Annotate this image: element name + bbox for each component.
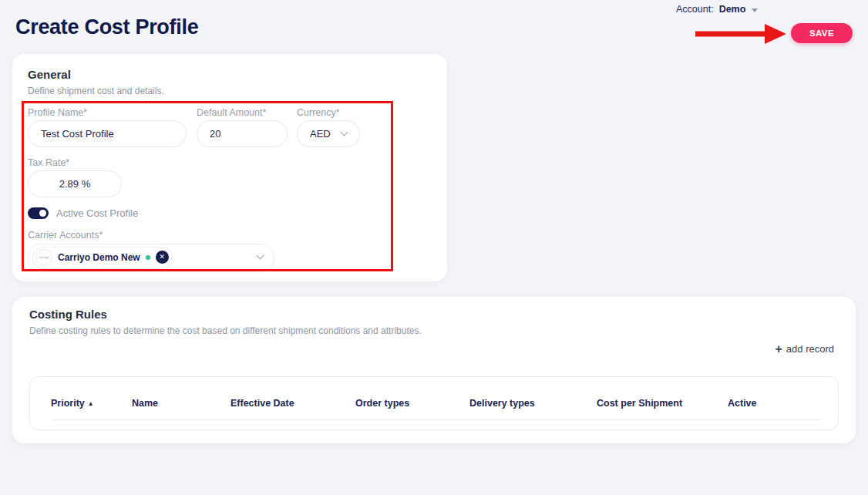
status-dot-icon [146, 255, 150, 260]
carrier-accounts-label: Carrier Accounts* [28, 230, 103, 241]
account-value: Demo [719, 4, 746, 15]
column-header-cost-per-shipment[interactable]: Cost per Shipment [597, 398, 682, 409]
page-title: Create Cost Profile [15, 15, 198, 39]
column-header-priority-label: Priority [51, 398, 85, 409]
remove-chip-icon[interactable]: ✕ [156, 251, 169, 264]
currency-value: AED [310, 128, 331, 140]
general-subtitle: Define shipment cost and details. [28, 86, 164, 96]
column-header-priority[interactable]: Priority▲ [51, 398, 94, 409]
tax-rate-input[interactable] [28, 170, 122, 197]
column-header-order-types[interactable]: Order types [355, 398, 409, 409]
carrier-accounts-select[interactable]: carriyo Carriyo Demo New ✕ [28, 244, 274, 271]
currency-label: Currency* [297, 107, 340, 118]
annotation-arrow-icon [692, 22, 788, 45]
chevron-down-icon [752, 8, 758, 12]
costing-rules-header: Costing Rules Define costing rules to de… [29, 308, 422, 336]
costing-rules-table: Priority▲ Name Effective Date Order type… [29, 376, 839, 430]
active-cost-profile-label: Active Cost Profile [56, 207, 138, 219]
column-header-name[interactable]: Name [132, 398, 158, 409]
column-header-delivery-types[interactable]: Delivery types [469, 398, 535, 409]
tax-rate-label: Tax Rate* [28, 157, 69, 168]
chevron-down-icon [341, 129, 348, 136]
default-amount-input[interactable] [197, 120, 288, 147]
toggle-knob [39, 210, 46, 217]
default-amount-label: Default Amount* [197, 107, 266, 118]
carrier-chip-name: Carriyo Demo New [58, 252, 140, 263]
costing-rules-subtitle: Define costing rules to determine the co… [29, 325, 422, 336]
account-switcher[interactable]: Account: Demo [676, 4, 758, 15]
carrier-logo-icon: carriyo [35, 249, 52, 266]
general-title: General [28, 68, 164, 81]
costing-rules-card: Costing Rules Define costing rules to de… [12, 297, 856, 443]
carrier-account-chip: carriyo Carriyo Demo New ✕ [32, 247, 173, 268]
save-button[interactable]: SAVE [791, 23, 853, 43]
add-record-label: add record [786, 343, 834, 355]
sort-asc-icon: ▲ [88, 400, 94, 407]
column-header-effective-date[interactable]: Effective Date [230, 398, 294, 409]
active-cost-profile-toggle[interactable] [28, 207, 49, 219]
costing-rules-title: Costing Rules [29, 308, 422, 321]
column-header-active[interactable]: Active [728, 398, 757, 409]
plus-icon: + [775, 344, 782, 354]
table-header-divider [53, 419, 821, 420]
chevron-down-icon [257, 252, 264, 260]
page: Account: Demo Create Cost Profile SAVE G… [0, 0, 868, 495]
currency-select[interactable]: AED [297, 120, 360, 147]
profile-name-input[interactable] [28, 120, 187, 147]
general-card-header: General Define shipment cost and details… [28, 68, 164, 96]
account-label: Account: [676, 4, 714, 15]
add-record-button[interactable]: + add record [775, 343, 835, 355]
profile-name-label: Profile Name* [28, 107, 87, 118]
